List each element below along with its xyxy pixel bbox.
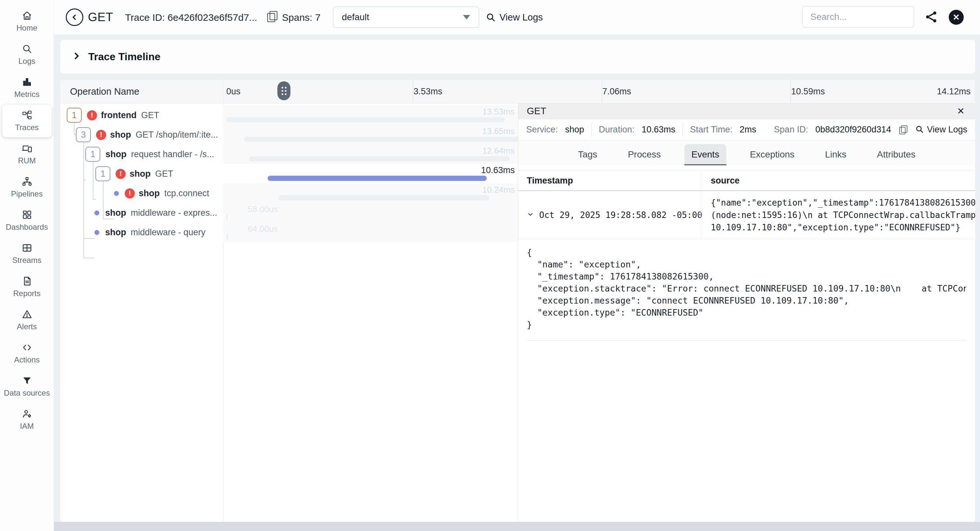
sidebar-item-reports[interactable]: Reports — [2, 271, 52, 303]
tab-links[interactable]: Links — [818, 144, 853, 165]
span-duration-bar[interactable] — [278, 195, 489, 200]
close-trace-button[interactable]: ✕ — [949, 10, 964, 25]
span-service: shop — [105, 149, 127, 159]
sidebar-item-label: Metrics — [14, 90, 40, 99]
view-logs-button[interactable]: View Logs — [486, 9, 543, 25]
span-tree-row[interactable]: 1!frontendGET — [60, 105, 223, 125]
sidebar-item-iam[interactable]: IAM — [2, 403, 52, 436]
span-duration-label: 10.63ms — [481, 165, 515, 175]
chevron-down-icon[interactable] — [527, 211, 534, 219]
event-timestamp: Oct 29, 2025 19:28:58.082 -05:00 — [539, 210, 702, 220]
sidebar-item-label: Pipelines — [11, 189, 43, 198]
span-tree-row[interactable]: shopmiddleware - expres... — [60, 203, 223, 223]
sidebar-item-alerts[interactable]: Alerts — [2, 304, 52, 336]
sidebar-item-traces[interactable]: Traces — [2, 105, 52, 137]
sidebar-item-dashboards[interactable]: Dashboards — [2, 204, 52, 237]
home-icon — [22, 10, 32, 21]
span-tree-row[interactable]: shopmiddleware - query — [60, 223, 223, 242]
meta-divider — [682, 123, 683, 137]
alerts-icon — [22, 309, 32, 320]
collapse-count-box[interactable]: 1 — [85, 147, 100, 162]
event-row[interactable]: Oct 29, 2025 19:28:58.082 -05:00 {"name"… — [518, 191, 975, 239]
span-tree-row[interactable]: 1shoprequest handler - /s... — [60, 144, 223, 164]
duration-label: Duration: — [599, 125, 635, 135]
waterfall-row[interactable]: 10.63ms — [223, 164, 518, 184]
span-operation: GET — [155, 169, 173, 179]
span-operation: middleware - expres... — [131, 208, 218, 218]
span-duration-bar[interactable] — [244, 137, 518, 142]
metrics-icon — [22, 77, 32, 87]
span-tree-row[interactable]: 1!shopGET — [60, 164, 223, 184]
sidebar-item-home[interactable]: Home — [2, 5, 52, 38]
back-button[interactable] — [66, 8, 83, 26]
collapse-count-box[interactable]: 1 — [95, 166, 110, 181]
sidebar-item-logs[interactable]: Logs — [2, 38, 52, 71]
sidebar-item-label: Reports — [13, 289, 40, 298]
span-duration-label: 13.53ms — [482, 107, 515, 117]
grid-header: Operation Name 0us3.53ms7.06ms10.59ms14.… — [60, 80, 975, 103]
sidebar-item-label: RUM — [18, 156, 36, 165]
span-duration-bar[interactable] — [226, 117, 505, 122]
sidebar-item-pipelines[interactable]: Pipelines — [2, 171, 52, 204]
span-tree-row[interactable]: !shoptcp.connect — [60, 184, 223, 203]
tab-events[interactable]: Events — [684, 144, 727, 165]
trace-timeline-section[interactable]: Trace Timeline — [60, 40, 975, 73]
tab-exceptions[interactable]: Exceptions — [743, 144, 802, 165]
tree-connector — [83, 142, 84, 258]
span-service: shop — [130, 169, 151, 179]
tab-process[interactable]: Process — [620, 144, 668, 165]
collapse-count-box[interactable]: 1 — [67, 108, 82, 123]
column-resize-handle[interactable] — [277, 81, 290, 100]
copy-trace-id-icon[interactable] — [267, 11, 277, 22]
search-input[interactable] — [802, 6, 914, 28]
tab-tags[interactable]: Tags — [571, 144, 604, 165]
sidebar-item-rum[interactable]: RUM — [2, 138, 52, 171]
sidebar: HomeLogsMetricsTracesRUMPipelinesDashboa… — [0, 0, 54, 531]
waterfall-row[interactable]: 12.64ms — [223, 144, 518, 164]
tree-connector — [83, 258, 94, 258]
actions-icon — [22, 342, 32, 353]
trace-id-label: Trace ID: 6e426f023e6f57d7... — [125, 12, 257, 23]
panel-close-icon[interactable]: ✕ — [955, 106, 967, 116]
collapse-count-box[interactable]: 3 — [76, 127, 91, 142]
waterfall-row[interactable]: 64.00us — [223, 223, 518, 242]
sidebar-item-label: Traces — [15, 123, 38, 132]
search-icon — [915, 125, 924, 135]
copy-span-id-icon[interactable] — [899, 125, 907, 134]
sidebar-item-data-sources[interactable]: Data sources — [2, 370, 52, 403]
span-duration-bar[interactable] — [267, 176, 487, 181]
view-logs-label: View Logs — [500, 12, 543, 23]
panel-title: GET — [527, 106, 955, 116]
event-source-line: 10.109.17.10:80","exception.type":"ECONN… — [711, 221, 975, 234]
waterfall-row[interactable]: 58.00us — [223, 203, 518, 223]
sidebar-item-metrics[interactable]: Metrics — [2, 71, 52, 104]
horizontal-scroll-track[interactable] — [0, 522, 980, 531]
tree-connector — [103, 219, 114, 219]
span-tree-row[interactable]: 3!shopGET /shop/item/:ite... — [60, 125, 223, 144]
chevron-left-icon — [70, 13, 79, 21]
chevron-right-icon — [72, 51, 81, 62]
share-button[interactable] — [924, 10, 938, 24]
service-value: shop — [565, 125, 584, 135]
waterfall-row[interactable]: 13.53ms — [223, 105, 518, 125]
sidebar-item-actions[interactable]: Actions — [2, 337, 52, 369]
waterfall-row[interactable]: 10.24ms — [223, 184, 518, 203]
tick-line — [413, 80, 413, 103]
reports-icon — [22, 276, 32, 286]
tree-connector — [74, 123, 75, 135]
span-duration-bar[interactable] — [226, 234, 228, 239]
span-service: frontend — [101, 110, 137, 120]
span-duration-bar[interactable] — [226, 215, 228, 220]
waterfall-row[interactable]: 13.65ms — [223, 125, 518, 144]
span-service: shop — [110, 130, 131, 140]
tab-attributes[interactable]: Attributes — [870, 144, 923, 165]
stream-select[interactable]: default — [333, 6, 479, 28]
sidebar-item-streams[interactable]: Streams — [2, 238, 52, 270]
span-operation: request handler - /s... — [131, 149, 214, 159]
span-duration-bar[interactable] — [249, 156, 509, 162]
span-service: shop — [139, 189, 160, 198]
dashboards-icon — [22, 209, 32, 220]
sidebar-item-label: Streams — [13, 256, 41, 265]
tree-connector — [93, 199, 96, 200]
panel-view-logs-button[interactable]: View Logs — [915, 125, 967, 135]
